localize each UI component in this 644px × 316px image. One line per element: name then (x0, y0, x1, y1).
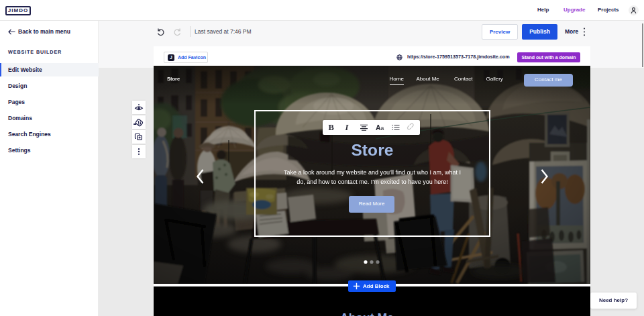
svg-text:B: B (329, 123, 334, 132)
svg-text:I: I (345, 123, 350, 132)
svg-text:a: a (381, 125, 384, 131)
